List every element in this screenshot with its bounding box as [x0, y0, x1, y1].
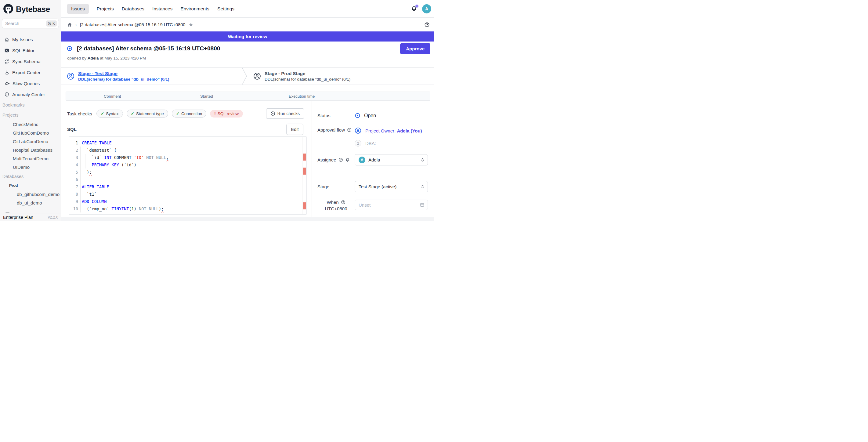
- approval-flow-row: Approval flow Project Owner: Adela (You)…: [317, 127, 430, 147]
- sidebar-project-checkmetric[interactable]: CheckMetric: [0, 120, 61, 128]
- step-connector: [358, 135, 358, 139]
- stage-prod-stage[interactable]: Stage - Prod Stage DDL(schema) for datab…: [247, 71, 434, 82]
- sidebar-db-githubcom-demo[interactable]: db_githubcom_demo: [0, 190, 61, 198]
- assignee-text: Assignee: [317, 157, 336, 162]
- code-text: `id` INT COMMENT 'ID' NOT NULL,: [82, 154, 169, 161]
- notify-bell-icon[interactable]: [345, 158, 350, 162]
- line-number: 10: [69, 205, 78, 213]
- code-text: `demotest` (: [82, 147, 117, 154]
- line-number: 2: [69, 147, 78, 154]
- breadcrumb: › [2 databases] Alter schema @05-15 16:1…: [61, 18, 434, 31]
- nav-tabs: Issues Projects Databases Instances Envi…: [67, 4, 235, 14]
- sidebar-project-multitenantdemo[interactable]: MultiTenantDemo: [0, 154, 61, 163]
- editor-scrollbar[interactable]: [302, 137, 306, 214]
- run-checks-button[interactable]: Run checks: [266, 108, 304, 119]
- opened-at-text: at May 15, 2023 4:20 PM: [100, 56, 146, 60]
- sidebar-project-uidemo[interactable]: UIDemo: [0, 163, 61, 171]
- terminal-icon: [4, 48, 9, 53]
- user-avatar[interactable]: A: [422, 4, 431, 13]
- when-row: When UTC+0800: [317, 200, 430, 211]
- sidebar-item-sql-editor[interactable]: SQL Editor: [0, 45, 61, 56]
- review-status-banner: Waiting for review: [61, 31, 434, 41]
- approval-flow-label: Approval flow: [317, 127, 355, 132]
- check-pass-icon: ✓: [176, 111, 180, 116]
- sidebar-project-gitlabcomdemo[interactable]: GitLabComDemo: [0, 137, 61, 146]
- task-checks-label: Task checks: [67, 111, 96, 116]
- stage-select[interactable]: Test Stage (active): [355, 181, 428, 192]
- issue-title: [2 databases] Alter schema @05-15 16:19 …: [77, 45, 220, 52]
- column-started: Started: [200, 94, 213, 99]
- status-label: Status: [317, 113, 355, 118]
- code-text: ALTER TABLE: [82, 183, 109, 190]
- assignee-select[interactable]: A Adela: [355, 154, 428, 165]
- when-timezone: UTC+0800: [325, 206, 347, 211]
- sidebar-item-sync-schema[interactable]: Sync Schema: [0, 56, 61, 67]
- sidebar-item-my-issues[interactable]: My Issues: [0, 34, 61, 45]
- search-input[interactable]: [5, 21, 39, 26]
- sql-code-lines: 1CREATE TABLE2 `demotest` (3 `id` INT CO…: [69, 139, 302, 213]
- sidebar-project-hospital-databases[interactable]: Hospital Databases: [0, 146, 61, 154]
- when-label: When UTC+0800: [317, 200, 355, 211]
- calendar-icon: [420, 202, 425, 207]
- assignee-value: Adela: [368, 157, 380, 162]
- sidebar-project-githubcomdemo[interactable]: GitHubComDemo: [0, 128, 61, 137]
- run-checks-label: Run checks: [277, 111, 300, 116]
- sidebar-item-label: Slow Queries: [12, 81, 40, 86]
- check-label: Connection: [181, 112, 202, 116]
- approval-step-1[interactable]: Project Owner: Adela (You): [355, 127, 422, 134]
- sidebar-item-label: SQL Editor: [12, 48, 34, 53]
- brand-logo[interactable]: Bytebase: [0, 0, 61, 15]
- shield-icon: [4, 92, 9, 97]
- bytebase-app: Bytebase ⌘ K My Issues SQL Editor Sync S…: [0, 0, 434, 221]
- open-status-icon: [355, 113, 361, 119]
- sidebar-footer: Enterprise Plan v2.2.0: [0, 213, 61, 221]
- check-pill-connection[interactable]: ✓ Connection: [172, 109, 207, 118]
- stage-name-link[interactable]: Stage - Test Stage: [78, 71, 169, 76]
- search-shortcut: ⌘ K: [46, 21, 57, 27]
- notification-bell-icon[interactable]: [411, 5, 417, 12]
- help-icon[interactable]: [424, 22, 430, 28]
- sidebar-item-anomaly-center[interactable]: Anomaly Center: [0, 89, 61, 100]
- check-pass-icon: ✓: [131, 111, 134, 116]
- issue-author[interactable]: Adela: [88, 56, 99, 60]
- check-pill-sql-review[interactable]: ! SQL review: [210, 110, 243, 118]
- approval-flow-text: Approval flow: [317, 127, 345, 132]
- nav-tab-environments[interactable]: Environments: [180, 4, 209, 14]
- search-box[interactable]: ⌘ K: [2, 19, 59, 28]
- when-text: When: [327, 200, 338, 205]
- question-circle-icon: [338, 158, 343, 162]
- nav-tab-instances[interactable]: Instances: [152, 4, 173, 14]
- edit-sql-button[interactable]: Edit: [286, 124, 303, 135]
- nav-tab-databases[interactable]: Databases: [122, 4, 144, 14]
- when-input[interactable]: [359, 202, 410, 208]
- bookmark-star-icon[interactable]: [188, 22, 193, 27]
- column-execution-time: Execution time: [289, 94, 315, 99]
- nav-tab-issues[interactable]: Issues: [67, 4, 89, 14]
- check-pills: ✓ Syntax ✓ Statement type ✓ Connection !…: [96, 109, 243, 118]
- when-datetime-field[interactable]: [355, 200, 428, 210]
- code-line: 2 `demotest` (: [69, 147, 302, 154]
- sidebar-item-label: Anomaly Center: [12, 92, 45, 97]
- sql-code-editor[interactable]: 1CREATE TABLE2 `demotest` (3 `id` INT CO…: [69, 136, 307, 215]
- stage-task-link[interactable]: DDL(schema) for database "db_ui_demo" (0…: [78, 77, 169, 82]
- breadcrumb-home-icon[interactable]: [67, 22, 72, 27]
- approve-button[interactable]: Approve: [400, 43, 430, 54]
- sidebar-db-group-prod: Prod: [0, 181, 61, 190]
- stage-pipeline: Stage - Test Stage DDL(schema) for datab…: [61, 67, 434, 85]
- breadcrumb-issue-title[interactable]: [2 databases] Alter schema @05-15 16:19 …: [80, 22, 186, 27]
- nav-tab-projects[interactable]: Projects: [97, 4, 114, 14]
- sidebar-db-ui-demo[interactable]: db_ui_demo: [0, 198, 61, 207]
- chevron-up-down-icon: [420, 184, 425, 189]
- line-number: 1: [69, 139, 78, 147]
- sidebar-item-slow-queries[interactable]: Slow Queries: [0, 78, 61, 89]
- check-pill-statement-type[interactable]: ✓ Statement type: [127, 109, 168, 118]
- stage-test-stage[interactable]: Stage - Test Stage DDL(schema) for datab…: [61, 71, 242, 82]
- sidebar-item-export-center[interactable]: Export Center: [0, 67, 61, 78]
- nav-tab-settings[interactable]: Settings: [217, 4, 235, 14]
- error-ruler-mark: [303, 167, 306, 175]
- code-line: 10 (`emp_no` TINYINT(1) NOT NULL);: [69, 205, 302, 213]
- line-number: 6: [69, 176, 78, 183]
- sidebar-section-projects: Projects: [0, 110, 61, 120]
- assignee-row: Assignee A Adela: [317, 154, 430, 165]
- check-pill-syntax[interactable]: ✓ Syntax: [96, 109, 123, 118]
